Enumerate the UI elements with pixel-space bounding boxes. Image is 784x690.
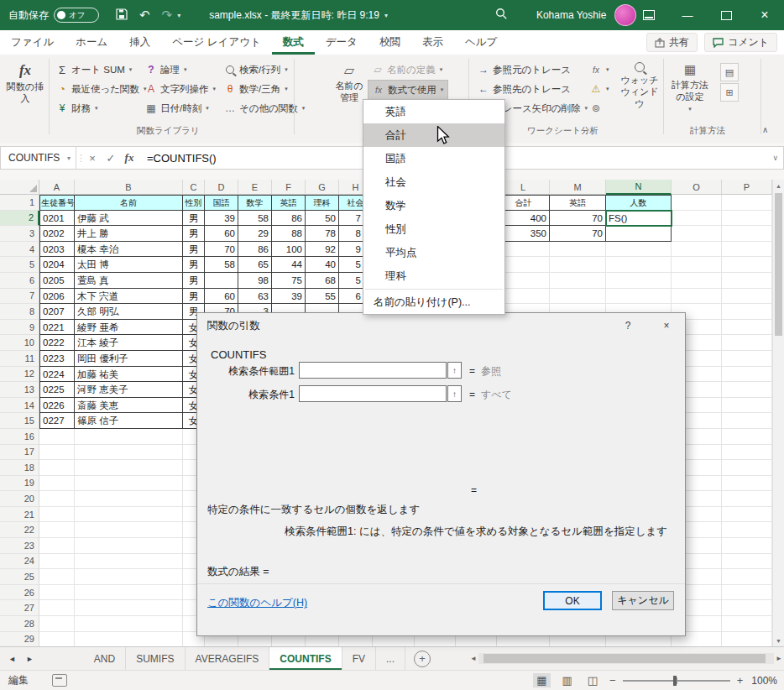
cell-F6[interactable]: 75	[272, 273, 306, 289]
row-header-5[interactable]: 5	[0, 257, 39, 273]
cell-D1[interactable]: 国語	[205, 195, 238, 211]
criteria1-input[interactable]	[299, 385, 447, 402]
row-header-9[interactable]: 9	[0, 320, 39, 336]
cell-P20[interactable]	[722, 491, 772, 507]
cell-A9[interactable]: 0221	[39, 320, 75, 336]
quick-access-dropdown-icon[interactable]: ▾	[177, 12, 180, 19]
row-header-29[interactable]: 29	[0, 632, 39, 646]
cell-C7[interactable]: 男	[183, 289, 205, 305]
column-header-F[interactable]: F	[272, 180, 306, 195]
tab-insert[interactable]: 挿入	[118, 30, 161, 55]
column-header-D[interactable]: D	[205, 180, 238, 195]
cell-B19[interactable]	[75, 476, 183, 492]
cell-B13[interactable]: 河野 恵美子	[75, 382, 183, 398]
cell-A4[interactable]: 0203	[39, 242, 75, 258]
tab-home[interactable]: ホーム	[65, 30, 118, 55]
menu-item-social[interactable]: 社会	[363, 170, 504, 194]
row-header-2[interactable]: 2	[0, 211, 39, 227]
row-header-6[interactable]: 6	[0, 273, 39, 289]
row-header-24[interactable]: 24	[0, 554, 39, 570]
cell-P4[interactable]	[722, 242, 772, 258]
cell-B29[interactable]	[75, 632, 183, 646]
cell-G5[interactable]: 40	[306, 257, 339, 273]
cell-C6[interactable]: 男	[183, 273, 205, 289]
cell-B25[interactable]	[75, 569, 183, 585]
row-header-16[interactable]: 16	[0, 429, 39, 445]
cell-A28[interactable]	[39, 616, 75, 632]
math-trig-button[interactable]: θ 数学/三角▾	[220, 80, 292, 98]
horizontal-scroll-thumb[interactable]	[483, 654, 766, 663]
cell-P23[interactable]	[722, 538, 772, 554]
cell-A16[interactable]	[39, 429, 75, 445]
cell-P26[interactable]	[722, 585, 772, 601]
cell-B9[interactable]: 綾野 亜希	[75, 320, 183, 336]
minimize-icon[interactable]: —	[668, 0, 707, 30]
cell-A13[interactable]: 0225	[39, 382, 75, 398]
row-header-25[interactable]: 25	[0, 569, 39, 585]
ok-button[interactable]: OK	[543, 591, 602, 610]
cell-C5[interactable]: 男	[183, 257, 205, 273]
cell-B1[interactable]: 名前	[75, 195, 183, 211]
scroll-right-icon[interactable]: ►	[776, 655, 782, 662]
cell-O2[interactable]	[672, 211, 722, 227]
cell-A15[interactable]: 0227	[39, 413, 75, 429]
cell-N2[interactable]: FS()	[606, 211, 672, 227]
cell-A24[interactable]	[39, 554, 75, 570]
cell-P6[interactable]	[722, 273, 772, 289]
save-icon[interactable]	[116, 8, 128, 23]
cell-C3[interactable]: 男	[183, 226, 205, 242]
row-header-8[interactable]: 8	[0, 304, 39, 320]
cell-B2[interactable]: 伊藤 武	[75, 211, 183, 227]
horizontal-scrollbar[interactable]: ◄ ►	[470, 651, 782, 666]
cell-B11[interactable]: 岡田 優利子	[75, 351, 183, 367]
row-header-23[interactable]: 23	[0, 538, 39, 554]
cell-F7[interactable]: 39	[272, 289, 306, 305]
row-header-12[interactable]: 12	[0, 367, 39, 383]
cell-G7[interactable]: 55	[306, 289, 339, 305]
cell-B16[interactable]	[75, 429, 183, 445]
cell-A5[interactable]: 0204	[39, 257, 75, 273]
ribbon-display-options-icon[interactable]	[630, 0, 668, 30]
cell-N7[interactable]	[606, 289, 672, 305]
page-break-view-icon[interactable]: ◫	[584, 673, 601, 687]
menu-item-paste-names[interactable]: 名前の貼り付け(P)...	[363, 290, 504, 314]
zoom-slider-thumb[interactable]	[673, 676, 677, 686]
financial-button[interactable]: ¥ 財務▾	[52, 99, 102, 118]
cell-P9[interactable]	[722, 320, 772, 336]
column-header-P[interactable]: P	[722, 180, 772, 195]
cell-O4[interactable]	[672, 242, 722, 258]
document-title[interactable]: sample.xlsx - 最終更新日時: 昨日 9:19	[209, 8, 379, 23]
row-header-18[interactable]: 18	[0, 460, 39, 476]
cell-B7[interactable]: 木下 宍道	[75, 289, 183, 305]
insert-function-icon[interactable]: fx	[120, 151, 139, 165]
cell-P24[interactable]	[722, 554, 772, 570]
cell-E6[interactable]: 98	[238, 273, 272, 289]
scroll-up-icon[interactable]: ▲	[773, 180, 784, 191]
cell-P28[interactable]	[722, 616, 772, 632]
column-header-C[interactable]: C	[183, 180, 205, 195]
cell-E5[interactable]: 65	[238, 257, 272, 273]
cell-G1[interactable]: 理科	[306, 195, 339, 211]
name-box[interactable]: COUNTIFS ▾	[1, 147, 76, 169]
confirm-entry-icon[interactable]: ✓	[102, 152, 120, 165]
cell-G4[interactable]: 92	[306, 242, 339, 258]
cell-B12[interactable]: 加藤 祐美	[75, 367, 183, 383]
column-header-A[interactable]: A	[39, 180, 75, 195]
cell-M7[interactable]	[550, 289, 606, 305]
cell-B5[interactable]: 太田 博	[75, 257, 183, 273]
accessibility-icon[interactable]	[52, 674, 67, 687]
cell-B15[interactable]: 篠原 信子	[75, 413, 183, 429]
lookup-button[interactable]: 検索/行列▾	[220, 60, 292, 79]
cell-P29[interactable]	[722, 632, 772, 646]
redo-icon[interactable]: ↷	[162, 8, 173, 23]
cell-B27[interactable]	[75, 600, 183, 616]
dialog-close-icon[interactable]: ×	[648, 313, 685, 338]
sheet-tab-countifs[interactable]: COUNTIFS	[269, 647, 342, 670]
cell-B4[interactable]: 榎本 幸治	[75, 242, 183, 258]
cancel-entry-icon[interactable]: ×	[83, 152, 102, 165]
sheet-tab-and[interactable]: AND	[84, 647, 126, 670]
cell-P21[interactable]	[722, 507, 772, 523]
cell-B10[interactable]: 江本 綾子	[75, 335, 183, 351]
cell-A17[interactable]	[39, 445, 75, 461]
cell-A12[interactable]: 0224	[39, 367, 75, 383]
